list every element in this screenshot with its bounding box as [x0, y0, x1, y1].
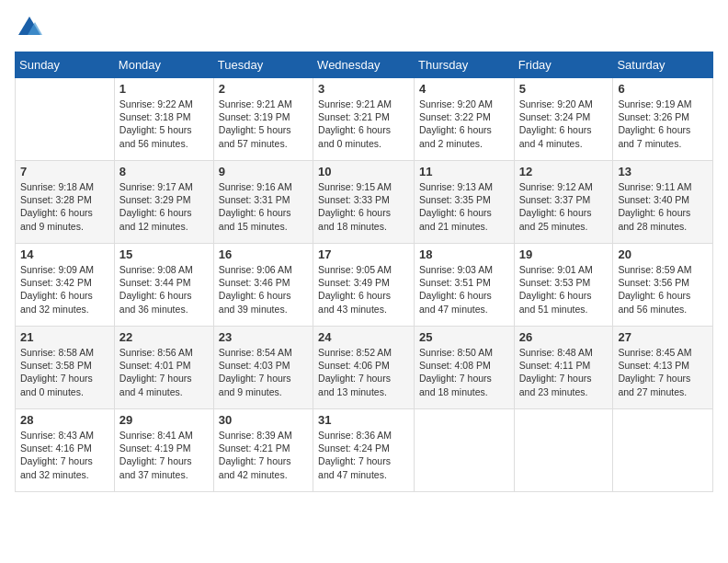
calendar-cell: 22Sunrise: 8:56 AMSunset: 4:01 PMDayligh…: [114, 327, 213, 409]
calendar-cell: 1Sunrise: 9:22 AMSunset: 3:18 PMDaylight…: [114, 78, 213, 161]
calendar-cell: 16Sunrise: 9:06 AMSunset: 3:46 PMDayligh…: [213, 244, 313, 327]
cell-details: Sunrise: 9:11 AMSunset: 3:40 PMDaylight:…: [618, 180, 708, 233]
calendar-cell: 15Sunrise: 9:08 AMSunset: 3:44 PMDayligh…: [114, 244, 213, 327]
calendar-cell: 23Sunrise: 8:54 AMSunset: 4:03 PMDayligh…: [213, 327, 313, 409]
cell-details: Sunrise: 9:12 AMSunset: 3:37 PMDaylight:…: [519, 180, 609, 233]
logo: [15, 15, 42, 40]
cell-details: Sunrise: 9:13 AMSunset: 3:35 PMDaylight:…: [419, 180, 509, 233]
day-number: 29: [119, 413, 209, 427]
calendar-header-row: SundayMondayTuesdayWednesdayThursdayFrid…: [16, 52, 713, 78]
day-number: 23: [219, 330, 308, 344]
day-number: 25: [419, 330, 509, 344]
calendar-cell: 5Sunrise: 9:20 AMSunset: 3:24 PMDaylight…: [514, 78, 613, 161]
calendar-cell: 29Sunrise: 8:41 AMSunset: 4:19 PMDayligh…: [114, 409, 213, 492]
cell-details: Sunrise: 8:58 AMSunset: 3:58 PMDaylight:…: [20, 346, 109, 398]
day-number: 2: [219, 82, 308, 96]
calendar-cell: 3Sunrise: 9:21 AMSunset: 3:21 PMDaylight…: [313, 78, 415, 161]
day-number: 7: [20, 165, 109, 178]
calendar-cell: 20Sunrise: 8:59 AMSunset: 3:56 PMDayligh…: [613, 244, 713, 327]
cell-details: Sunrise: 8:39 AMSunset: 4:21 PMDaylight:…: [219, 429, 308, 481]
calendar-cell: [16, 78, 115, 161]
day-number: 26: [519, 330, 609, 344]
page-header: [15, 15, 713, 40]
day-number: 18: [419, 247, 509, 261]
day-header-monday: Monday: [114, 52, 213, 78]
day-header-thursday: Thursday: [415, 52, 515, 78]
cell-details: Sunrise: 9:05 AMSunset: 3:49 PMDaylight:…: [318, 263, 409, 316]
cell-details: Sunrise: 9:01 AMSunset: 3:53 PMDaylight:…: [519, 263, 609, 316]
cell-details: Sunrise: 9:22 AMSunset: 3:18 PMDaylight:…: [119, 98, 209, 150]
day-number: 19: [519, 247, 609, 261]
calendar-cell: [514, 409, 613, 492]
calendar-row: 14Sunrise: 9:09 AMSunset: 3:42 PMDayligh…: [16, 244, 713, 327]
cell-details: Sunrise: 8:43 AMSunset: 4:16 PMDaylight:…: [20, 429, 109, 481]
day-number: 10: [318, 165, 409, 178]
calendar-cell: [415, 409, 515, 492]
calendar-row: 28Sunrise: 8:43 AMSunset: 4:16 PMDayligh…: [16, 409, 713, 492]
cell-details: Sunrise: 8:56 AMSunset: 4:01 PMDaylight:…: [119, 346, 209, 398]
calendar-cell: 21Sunrise: 8:58 AMSunset: 3:58 PMDayligh…: [16, 327, 115, 409]
cell-details: Sunrise: 9:09 AMSunset: 3:42 PMDaylight:…: [20, 263, 109, 316]
cell-details: Sunrise: 8:52 AMSunset: 4:06 PMDaylight:…: [318, 346, 409, 398]
calendar-cell: 18Sunrise: 9:03 AMSunset: 3:51 PMDayligh…: [415, 244, 515, 327]
calendar-cell: 4Sunrise: 9:20 AMSunset: 3:22 PMDaylight…: [415, 78, 515, 161]
day-number: 1: [119, 82, 209, 96]
day-number: 5: [519, 82, 609, 96]
calendar-cell: 28Sunrise: 8:43 AMSunset: 4:16 PMDayligh…: [16, 409, 115, 492]
cell-details: Sunrise: 9:08 AMSunset: 3:44 PMDaylight:…: [119, 263, 209, 316]
cell-details: Sunrise: 9:18 AMSunset: 3:28 PMDaylight:…: [20, 180, 109, 233]
day-number: 3: [318, 82, 409, 96]
cell-details: Sunrise: 8:54 AMSunset: 4:03 PMDaylight:…: [219, 346, 308, 398]
day-number: 9: [219, 165, 308, 178]
calendar-cell: 17Sunrise: 9:05 AMSunset: 3:49 PMDayligh…: [313, 244, 415, 327]
day-header-wednesday: Wednesday: [313, 52, 415, 78]
day-number: 24: [318, 330, 409, 344]
day-number: 13: [618, 165, 708, 178]
calendar-cell: 31Sunrise: 8:36 AMSunset: 4:24 PMDayligh…: [313, 409, 415, 492]
day-number: 20: [618, 247, 708, 261]
cell-details: Sunrise: 8:41 AMSunset: 4:19 PMDaylight:…: [119, 429, 209, 481]
calendar-cell: 7Sunrise: 9:18 AMSunset: 3:28 PMDaylight…: [16, 161, 115, 244]
calendar-cell: 19Sunrise: 9:01 AMSunset: 3:53 PMDayligh…: [514, 244, 613, 327]
cell-details: Sunrise: 8:36 AMSunset: 4:24 PMDaylight:…: [318, 429, 409, 481]
calendar-cell: 8Sunrise: 9:17 AMSunset: 3:29 PMDaylight…: [114, 161, 213, 244]
day-number: 4: [419, 82, 509, 96]
calendar-cell: 27Sunrise: 8:45 AMSunset: 4:13 PMDayligh…: [613, 327, 713, 409]
calendar-cell: 24Sunrise: 8:52 AMSunset: 4:06 PMDayligh…: [313, 327, 415, 409]
calendar-cell: 9Sunrise: 9:16 AMSunset: 3:31 PMDaylight…: [213, 161, 313, 244]
calendar-cell: 6Sunrise: 9:19 AMSunset: 3:26 PMDaylight…: [613, 78, 713, 161]
cell-details: Sunrise: 9:03 AMSunset: 3:51 PMDaylight:…: [419, 263, 509, 316]
calendar-cell: 13Sunrise: 9:11 AMSunset: 3:40 PMDayligh…: [613, 161, 713, 244]
day-number: 6: [618, 82, 708, 96]
cell-details: Sunrise: 9:19 AMSunset: 3:26 PMDaylight:…: [618, 98, 708, 150]
calendar-cell: 12Sunrise: 9:12 AMSunset: 3:37 PMDayligh…: [514, 161, 613, 244]
day-header-friday: Friday: [514, 52, 613, 78]
day-number: 21: [20, 330, 109, 344]
day-header-saturday: Saturday: [613, 52, 713, 78]
calendar-row: 7Sunrise: 9:18 AMSunset: 3:28 PMDaylight…: [16, 161, 713, 244]
day-number: 12: [519, 165, 609, 178]
cell-details: Sunrise: 8:45 AMSunset: 4:13 PMDaylight:…: [618, 346, 708, 398]
day-number: 17: [318, 247, 409, 261]
calendar-cell: 30Sunrise: 8:39 AMSunset: 4:21 PMDayligh…: [213, 409, 313, 492]
day-number: 8: [119, 165, 209, 178]
calendar-cell: 11Sunrise: 9:13 AMSunset: 3:35 PMDayligh…: [415, 161, 515, 244]
cell-details: Sunrise: 9:21 AMSunset: 3:19 PMDaylight:…: [219, 98, 308, 150]
day-number: 31: [318, 413, 409, 427]
calendar-cell: 25Sunrise: 8:50 AMSunset: 4:08 PMDayligh…: [415, 327, 515, 409]
day-number: 30: [219, 413, 308, 427]
calendar-cell: 14Sunrise: 9:09 AMSunset: 3:42 PMDayligh…: [16, 244, 115, 327]
day-number: 14: [20, 247, 109, 261]
day-number: 11: [419, 165, 509, 178]
cell-details: Sunrise: 9:20 AMSunset: 3:24 PMDaylight:…: [519, 98, 609, 150]
day-header-tuesday: Tuesday: [213, 52, 313, 78]
day-number: 28: [20, 413, 109, 427]
calendar-row: 21Sunrise: 8:58 AMSunset: 3:58 PMDayligh…: [16, 327, 713, 409]
cell-details: Sunrise: 8:48 AMSunset: 4:11 PMDaylight:…: [519, 346, 609, 398]
cell-details: Sunrise: 9:20 AMSunset: 3:22 PMDaylight:…: [419, 98, 509, 150]
day-number: 16: [219, 247, 308, 261]
day-header-sunday: Sunday: [16, 52, 115, 78]
logo-general: [15, 15, 42, 40]
calendar-table: SundayMondayTuesdayWednesdayThursdayFrid…: [15, 52, 713, 492]
cell-details: Sunrise: 8:59 AMSunset: 3:56 PMDaylight:…: [618, 263, 708, 316]
